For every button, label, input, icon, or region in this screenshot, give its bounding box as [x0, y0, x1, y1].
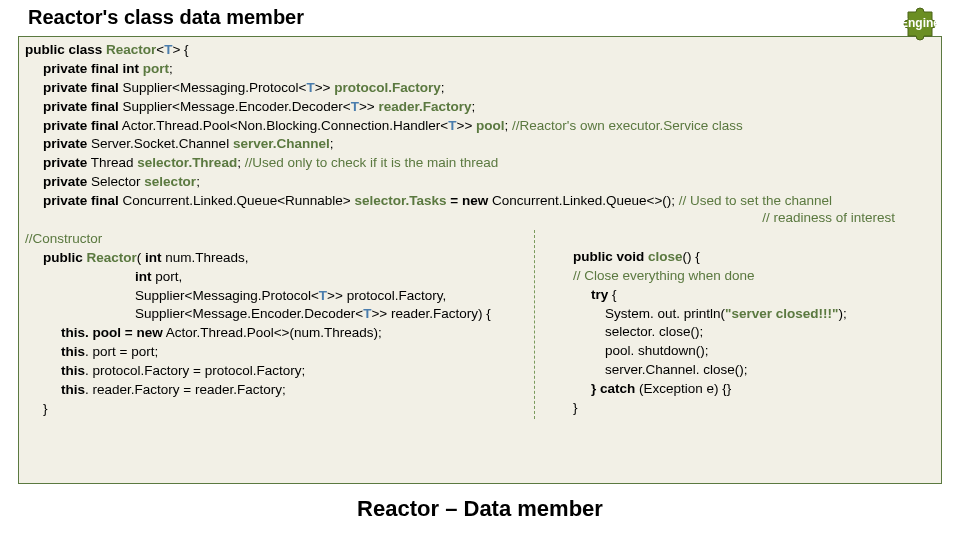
- comment: // Close everything when done: [573, 267, 935, 286]
- code-line: private Selector selector;: [43, 173, 935, 192]
- code-line: pool. shutdown();: [605, 342, 935, 361]
- text: >>: [457, 118, 473, 133]
- constructor-column: //Constructor public Reactor( int num.Th…: [25, 230, 535, 419]
- code-line: private Server.Socket.Channel server.Cha…: [43, 135, 935, 154]
- text: {: [608, 287, 616, 302]
- code-line: } catch (Exception e) {}: [591, 380, 935, 399]
- comment: // Used to set the channel: [679, 193, 832, 208]
- type-param: T: [448, 118, 456, 133]
- text: Selector: [91, 174, 141, 189]
- code-line: this. reader.Factory = reader.Factory;: [61, 381, 530, 400]
- text: . protocol.Factory = protocol.Factory;: [85, 363, 305, 378]
- keyword: int: [123, 61, 140, 76]
- text: . println: [676, 306, 720, 321]
- code-block: public class Reactor<T> { private final …: [18, 36, 942, 484]
- code-line: private final Supplier<Message.Encoder.D…: [43, 98, 935, 117]
- text: >>: [315, 80, 331, 95]
- text: ;: [330, 136, 334, 151]
- class-name: Reactor: [106, 42, 156, 57]
- two-column: //Constructor public Reactor( int num.Th…: [25, 230, 935, 419]
- var: selector.Thread: [137, 155, 237, 170]
- code-line: }: [573, 399, 935, 418]
- code-line: selector. close();: [605, 323, 935, 342]
- slide-title: Reactor's class data member: [28, 6, 304, 29]
- keyword: try: [591, 287, 608, 302]
- code-line: private Thread selector.Thread; //Used o…: [43, 154, 935, 173]
- code-line: public Reactor( int num.Threads,: [43, 249, 530, 268]
- code-line: this. protocol.Factory = protocol.Factor…: [61, 362, 530, 381]
- keyword: private: [43, 174, 87, 189]
- code-line: int port,: [135, 268, 530, 287]
- keyword: . pool = new: [85, 325, 163, 340]
- keyword: = new: [450, 193, 488, 208]
- text: Server.Socket.Channel: [91, 136, 229, 151]
- var: reader.Factory: [379, 99, 472, 114]
- var: port: [143, 61, 169, 76]
- keyword: this: [61, 382, 85, 397]
- keyword: } catch: [591, 381, 635, 396]
- text: ;: [169, 61, 173, 76]
- text: Supplier<Message.Encoder.Decoder<: [123, 99, 351, 114]
- keyword: private final: [43, 61, 119, 76]
- text: Supplier<Messaging.Protocol<: [135, 288, 319, 303]
- keyword: int: [135, 269, 152, 284]
- text: );: [838, 306, 846, 321]
- code-line: server.Channel. close();: [605, 361, 935, 380]
- text: ;: [472, 99, 476, 114]
- text: >>: [359, 99, 375, 114]
- spacer: [565, 230, 935, 248]
- bottom-title: Reactor – Data member: [0, 496, 960, 522]
- code-line: try {: [591, 286, 935, 305]
- keyword: private final: [43, 118, 119, 133]
- code-line: public class Reactor<T> {: [25, 41, 935, 60]
- keyword: private: [43, 155, 87, 170]
- code-line: this. pool = new Actor.Thread.Pool<>(num…: [61, 324, 530, 343]
- text: > {: [172, 42, 188, 57]
- var: pool: [476, 118, 505, 133]
- method-name: close: [648, 249, 683, 264]
- text: Thread: [91, 155, 134, 170]
- comment: //Used only to check if it is the main t…: [245, 155, 499, 170]
- text: (Exception e) {}: [639, 381, 731, 396]
- keyword: public void: [573, 249, 644, 264]
- text: System. out: [605, 306, 676, 321]
- text: >> protocol.Factory,: [327, 288, 446, 303]
- text: >> reader.Factory) {: [371, 306, 490, 321]
- close-method-column: public void close() { // Close everythin…: [535, 230, 935, 419]
- keyword: this: [61, 325, 85, 340]
- code-line: public void close() {: [573, 248, 935, 267]
- text: Supplier<Message.Encoder.Decoder<: [135, 306, 363, 321]
- code-line: Supplier<Message.Encoder.Decoder<T>> rea…: [135, 305, 530, 324]
- comment: // readiness of interest: [25, 209, 935, 228]
- text: ;: [237, 155, 245, 170]
- code-line: Supplier<Messaging.Protocol<T>> protocol…: [135, 287, 530, 306]
- keyword: this: [61, 363, 85, 378]
- keyword: private final: [43, 99, 119, 114]
- var: selector: [144, 174, 196, 189]
- keyword: private final: [43, 193, 119, 208]
- code-line: private final Supplier<Messaging.Protoco…: [43, 79, 935, 98]
- keyword: private: [43, 136, 87, 151]
- keyword: private final: [43, 80, 119, 95]
- type-param: T: [306, 80, 314, 95]
- text: Concurrent.Linked.Queue<>();: [492, 193, 675, 208]
- string: "server closed!!!": [725, 306, 838, 321]
- keyword: this: [61, 344, 85, 359]
- keyword: public class: [25, 42, 102, 57]
- keyword: public: [43, 250, 83, 265]
- keyword: int: [145, 250, 162, 265]
- text: ;: [196, 174, 200, 189]
- comment: //Constructor: [25, 230, 530, 249]
- var: server.Channel: [233, 136, 330, 151]
- code-line: this. port = port;: [61, 343, 530, 362]
- type-param: T: [319, 288, 327, 303]
- comment: //Reactor's own executor.Service class: [512, 118, 743, 133]
- ctor-name: Reactor: [87, 250, 137, 265]
- text: Actor.Thread.Pool<>(num.Threads);: [166, 325, 382, 340]
- type-param: T: [351, 99, 359, 114]
- text: Actor.Thread.Pool<Non.Blocking.Connectio…: [122, 118, 448, 133]
- text: () {: [683, 249, 700, 264]
- code-line: private final int port;: [43, 60, 935, 79]
- text: Concurrent.Linked.Queue<Runnable>: [123, 193, 351, 208]
- engine-label: Engine: [900, 16, 940, 30]
